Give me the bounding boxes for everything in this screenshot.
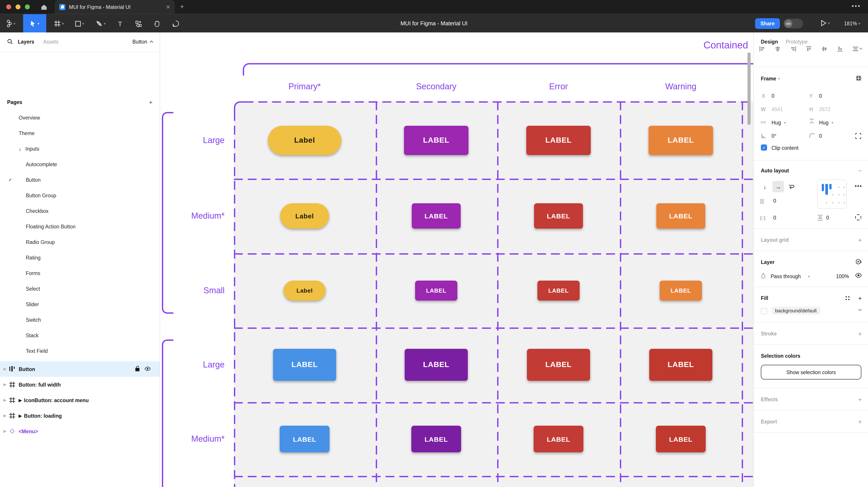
stroke-section-header[interactable]: Stroke <box>761 331 777 336</box>
canvas-button-warning-sm[interactable]: LABEL <box>660 281 702 301</box>
component-tool-button[interactable] <box>132 14 145 33</box>
vertical-resizing-value[interactable]: Hug <box>819 120 829 125</box>
fill-styles-icon[interactable] <box>845 295 850 302</box>
sidebar-page-rating[interactable]: Rating <box>0 250 160 265</box>
canvas-button-secondary-lg2[interactable]: LABEL <box>405 349 468 381</box>
clip-content-checkbox[interactable]: ✓ <box>761 144 767 151</box>
align-bottom-icon[interactable] <box>837 46 843 53</box>
remove-auto-layout-icon[interactable]: − <box>858 167 862 174</box>
expand-chevron-icon[interactable]: ▶ <box>4 367 6 371</box>
auto-layout-horizontal-icon[interactable]: → <box>772 181 784 192</box>
opacity-value[interactable]: 100% <box>836 274 849 279</box>
move-tool-button[interactable]: ▾ <box>23 14 46 33</box>
hand-tool-button[interactable] <box>150 14 164 33</box>
canvas-button-warning-lg2[interactable]: LABEL <box>649 349 712 381</box>
canvas-scrollbar[interactable] <box>747 53 751 125</box>
sidebar-page-theme[interactable]: Theme <box>0 125 160 141</box>
canvas-button-primary-md2[interactable]: LABEL <box>280 426 330 452</box>
sidebar-page-checkbox[interactable]: Checkbox <box>0 203 160 219</box>
home-icon[interactable] <box>40 3 48 11</box>
canvas-button-secondary-sm[interactable]: LABEL <box>415 281 457 301</box>
show-selection-colors-button[interactable]: Show selection colors <box>761 365 861 380</box>
share-button[interactable]: Share <box>755 18 780 29</box>
align-horizontal-center-icon[interactable] <box>775 46 781 53</box>
text-tool-button[interactable]: T <box>114 14 126 33</box>
auto-layout-alignment-pad[interactable] <box>817 180 847 209</box>
sidebar-page-button-group[interactable]: Button Group <box>0 188 160 203</box>
main-menu-button[interactable]: ▾ <box>4 14 18 33</box>
blend-mode-icon[interactable] <box>855 259 862 266</box>
effects-section-header[interactable]: Effects <box>761 397 778 402</box>
add-page-button[interactable]: + <box>149 99 153 106</box>
canvas-button-primary-lg[interactable]: Label <box>268 126 341 155</box>
width-field-value[interactable]: 4541 <box>772 107 783 112</box>
align-top-icon[interactable] <box>806 46 812 53</box>
frame-tool-button[interactable]: ▾ <box>52 14 67 33</box>
gap-value[interactable]: 0 <box>773 198 776 203</box>
canvas-button-error-lg2[interactable]: LABEL <box>527 349 590 381</box>
window-close-button[interactable] <box>6 4 11 9</box>
window-minimize-button[interactable] <box>16 4 21 9</box>
layer-row-button[interactable]: ▶Button <box>0 361 160 377</box>
corner-radius-value[interactable]: 0 <box>819 133 822 139</box>
expand-chevron-icon[interactable]: ▶ <box>4 429 6 433</box>
y-field-value[interactable]: 0 <box>819 93 822 99</box>
add-stroke-icon[interactable]: + <box>858 330 862 337</box>
sidebar-page-switch[interactable]: Switch <box>0 312 160 327</box>
x-field-value[interactable]: 0 <box>772 93 774 99</box>
canvas-button-warning-md2[interactable]: LABEL <box>656 426 706 452</box>
frame-title-contained[interactable]: Contained <box>704 39 748 51</box>
layout-grid-section-header[interactable]: Layout grid <box>761 237 788 242</box>
align-right-icon[interactable] <box>790 46 797 53</box>
sidebar-page-overview[interactable]: Overview <box>0 110 160 125</box>
layer-row-button-full-width[interactable]: ▶Button: full width <box>0 377 160 392</box>
sidebar-page-slider[interactable]: Slider <box>0 296 160 312</box>
sidebar-page-button[interactable]: ✓Button <box>0 172 160 188</box>
rotation-value[interactable]: 0° <box>772 133 776 139</box>
tab-assets[interactable]: Assets <box>43 39 59 44</box>
layer-row--menu-[interactable]: ▶<Menu> <box>0 423 160 439</box>
remove-fill-icon[interactable]: − <box>858 306 862 313</box>
expand-chevron-icon[interactable]: ▶ <box>4 414 6 418</box>
canvas-button-primary-md[interactable]: Label <box>280 203 329 229</box>
canvas-button-secondary-md[interactable]: LABEL <box>412 203 461 229</box>
zoom-level-menu[interactable]: 181% ▾ <box>844 14 860 33</box>
individual-padding-icon[interactable] <box>855 214 861 221</box>
canvas-button-primary-lg2[interactable]: LABEL <box>273 349 336 381</box>
layer-visibility-eye-icon[interactable] <box>855 273 862 279</box>
canvas-button-warning-lg[interactable]: LABEL <box>649 126 713 155</box>
export-section-header[interactable]: Export <box>761 419 777 424</box>
expand-chevron-icon[interactable]: ▶ <box>4 383 6 387</box>
window-more-icon[interactable]: ••• <box>852 2 861 9</box>
align-vertical-center-icon[interactable] <box>821 46 828 53</box>
canvas-button-secondary-lg[interactable]: LABEL <box>404 126 468 155</box>
lock-open-icon[interactable] <box>135 366 140 372</box>
new-tab-button[interactable]: + <box>180 3 184 10</box>
sidebar-page-inputs[interactable]: ↓Inputs <box>0 141 160 156</box>
window-zoom-button[interactable] <box>25 4 30 9</box>
fill-token[interactable]: background/default <box>772 306 820 315</box>
canvas-button-secondary-md2[interactable]: LABEL <box>411 426 461 452</box>
tab-design[interactable]: Design <box>761 39 778 44</box>
align-left-icon[interactable] <box>759 46 765 53</box>
layer-row-iconbutton-account-menu[interactable]: ▶▶IconButton: account menu <box>0 392 160 408</box>
collapse-panel-icon[interactable] <box>856 75 862 82</box>
eye-icon[interactable] <box>145 366 151 372</box>
add-fill-icon[interactable]: + <box>858 295 862 302</box>
canvas-button-warning-md[interactable]: LABEL <box>656 203 705 229</box>
horizontal-resizing-value[interactable]: Hug <box>772 120 781 125</box>
independent-corners-icon[interactable] <box>855 133 861 140</box>
canvas-button-primary-sm[interactable]: Label <box>283 281 326 301</box>
sidebar-page-forms[interactable]: Forms <box>0 265 160 281</box>
canvas[interactable]: Contained Primary*SecondaryErrorWarningL… <box>160 32 753 487</box>
auto-layout-more-icon[interactable]: ••• <box>855 184 862 189</box>
comment-tool-button[interactable] <box>169 14 182 33</box>
sidebar-page-select[interactable]: Select <box>0 281 160 296</box>
auto-layout-wrap-icon[interactable] <box>786 181 797 192</box>
page-selector[interactable]: Button <box>132 39 154 44</box>
blend-mode-value[interactable]: Pass through <box>771 274 801 279</box>
file-tab[interactable]: MUI for Figma - Material UI ✕ <box>55 0 175 14</box>
add-export-icon[interactable]: + <box>858 418 862 425</box>
sidebar-page-text-field[interactable]: Text Field <box>0 343 160 359</box>
add-effect-icon[interactable]: + <box>858 396 862 403</box>
